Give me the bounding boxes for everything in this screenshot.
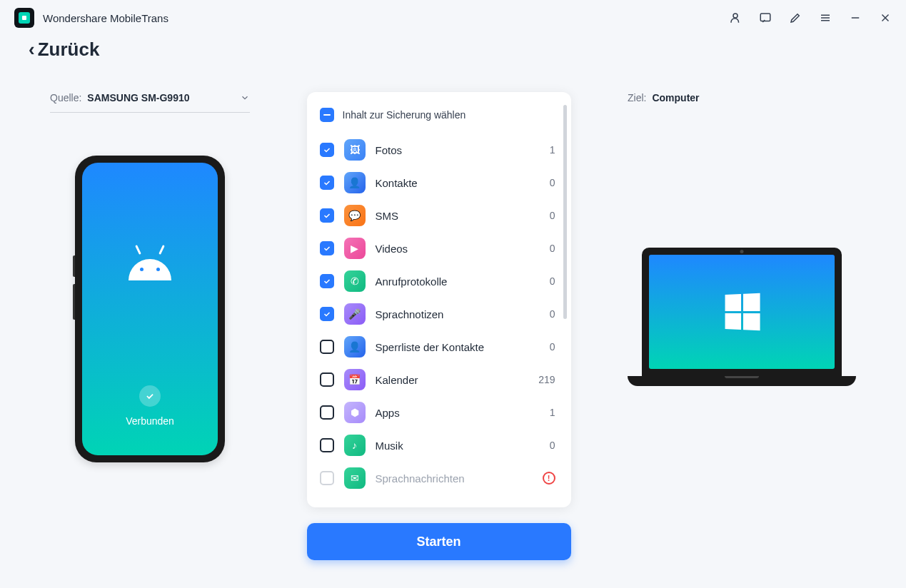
list-item[interactable]: ♪Musik0 bbox=[320, 429, 567, 462]
item-category-icon: 🖼 bbox=[344, 139, 366, 161]
windows-icon bbox=[725, 293, 760, 330]
item-label: Anrufprotokolle bbox=[376, 275, 540, 288]
item-category-icon: ✆ bbox=[344, 270, 366, 292]
item-label: Fotos bbox=[376, 144, 540, 156]
item-checkbox[interactable] bbox=[320, 340, 334, 354]
item-count: 1 bbox=[550, 144, 555, 156]
list-item[interactable]: ▶Videos0 bbox=[320, 232, 567, 265]
list-item[interactable]: 📅Kalender219 bbox=[320, 363, 567, 396]
select-all-checkbox[interactable] bbox=[320, 108, 334, 122]
source-device-illustration: Verbunden bbox=[75, 156, 225, 462]
item-checkbox[interactable] bbox=[320, 208, 334, 223]
chevron-down-icon bbox=[240, 93, 250, 103]
item-count: 0 bbox=[550, 275, 555, 287]
close-icon[interactable] bbox=[879, 11, 892, 24]
item-checkbox[interactable] bbox=[320, 143, 334, 157]
item-label: Sprachnotizen bbox=[376, 308, 540, 320]
item-checkbox[interactable] bbox=[320, 438, 334, 452]
item-category-icon: ✉ bbox=[344, 467, 366, 489]
item-label: Sperrliste der Kontakte bbox=[376, 341, 540, 353]
item-label: Apps bbox=[376, 407, 540, 419]
item-count: 0 bbox=[550, 308, 555, 320]
content-selection-card: Inhalt zur Sicherung wählen 🖼Fotos1👤Kont… bbox=[307, 92, 571, 507]
item-label: SMS bbox=[376, 210, 540, 222]
item-category-icon: ⬢ bbox=[344, 402, 366, 423]
android-icon bbox=[129, 252, 171, 280]
item-count: 1 bbox=[550, 407, 555, 418]
item-count: 0 bbox=[550, 210, 555, 221]
target-device-illustration bbox=[628, 248, 856, 386]
list-item[interactable]: 💬SMS0 bbox=[320, 199, 567, 232]
item-checkbox bbox=[320, 471, 334, 485]
list-item[interactable]: ✆Anrufprotokolle0 bbox=[320, 265, 567, 298]
back-button[interactable]: ‹ Zurück bbox=[0, 36, 906, 64]
list-item[interactable]: 🎤Sprachnotizen0 bbox=[320, 298, 567, 330]
item-category-icon: 💬 bbox=[344, 205, 366, 226]
app-title: Wondershare MobileTrans bbox=[43, 12, 168, 24]
back-label: Zurück bbox=[38, 39, 100, 61]
edit-icon[interactable] bbox=[789, 11, 802, 24]
item-count: 0 bbox=[550, 341, 555, 353]
item-checkbox[interactable] bbox=[320, 405, 334, 420]
target-display: Ziel: Computer bbox=[628, 92, 856, 112]
list-header: Inhalt zur Sicherung wählen bbox=[343, 109, 466, 121]
source-selector[interactable]: Quelle: SAMSUNG SM-G9910 bbox=[50, 92, 250, 113]
list-item[interactable]: 🖼Fotos1 bbox=[320, 133, 567, 166]
source-label: Quelle: bbox=[50, 92, 81, 103]
item-category-icon: 👤 bbox=[344, 336, 366, 358]
list-item[interactable]: 👤Sperrliste der Kontakte0 bbox=[320, 330, 567, 363]
scrollbar[interactable] bbox=[563, 105, 567, 319]
svg-rect-1 bbox=[760, 14, 770, 21]
item-category-icon: 🎤 bbox=[344, 303, 366, 325]
item-checkbox[interactable] bbox=[320, 372, 334, 387]
list-item[interactable]: ⬢Apps1 bbox=[320, 396, 567, 429]
item-count: 0 bbox=[550, 440, 555, 451]
user-icon[interactable] bbox=[729, 11, 742, 24]
target-device: Computer bbox=[652, 92, 856, 103]
list-item[interactable]: 👤Kontakte0 bbox=[320, 166, 567, 199]
item-count: 0 bbox=[550, 177, 555, 188]
item-category-icon: ♪ bbox=[344, 435, 366, 456]
item-label: Kontakte bbox=[376, 177, 540, 189]
item-label: Sprachnachrichten bbox=[376, 472, 533, 485]
connection-status: Verbunden bbox=[126, 415, 174, 427]
item-checkbox[interactable] bbox=[320, 176, 334, 190]
source-device: SAMSUNG SM-G9910 bbox=[87, 92, 234, 103]
minimize-icon[interactable] bbox=[849, 11, 862, 24]
item-category-icon: 📅 bbox=[344, 369, 366, 390]
feedback-icon[interactable] bbox=[759, 11, 772, 24]
item-label: Videos bbox=[376, 243, 540, 255]
item-checkbox[interactable] bbox=[320, 241, 334, 255]
start-button[interactable]: Starten bbox=[307, 523, 571, 560]
item-category-icon: ▶ bbox=[344, 238, 366, 259]
connected-check-icon bbox=[139, 385, 161, 407]
item-count: 0 bbox=[550, 243, 555, 254]
svg-point-0 bbox=[733, 14, 738, 18]
item-count: 219 bbox=[538, 374, 555, 385]
target-label: Ziel: bbox=[628, 92, 646, 103]
chevron-left-icon: ‹ bbox=[29, 39, 35, 61]
item-category-icon: 👤 bbox=[344, 172, 366, 193]
item-checkbox[interactable] bbox=[320, 307, 334, 321]
menu-icon[interactable] bbox=[819, 11, 832, 24]
item-checkbox[interactable] bbox=[320, 274, 334, 288]
item-label: Kalender bbox=[376, 374, 529, 386]
list-item[interactable]: ✉Sprachnachrichten! bbox=[320, 462, 567, 495]
app-icon bbox=[14, 8, 34, 28]
item-label: Musik bbox=[376, 440, 540, 452]
warning-icon: ! bbox=[543, 472, 555, 485]
